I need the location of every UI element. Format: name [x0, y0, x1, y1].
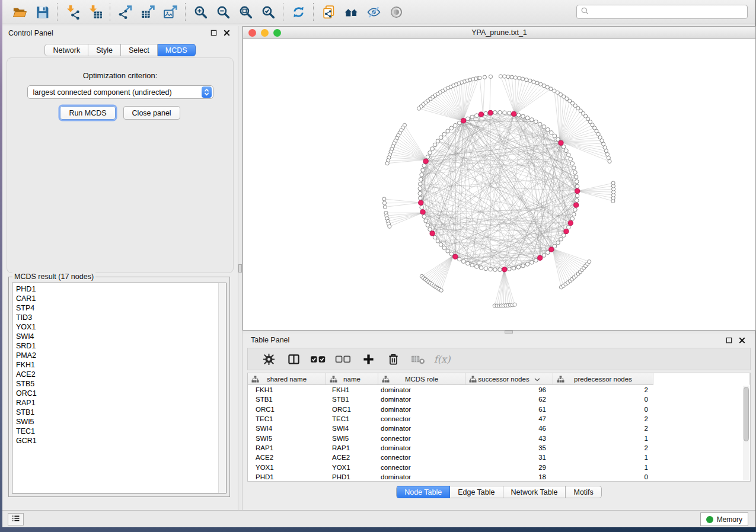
- zoom-fit-icon[interactable]: [234, 2, 257, 21]
- graph-node[interactable]: [439, 289, 443, 292]
- graph-node[interactable]: [542, 125, 546, 129]
- graph-node[interactable]: [433, 143, 437, 147]
- zoom-in-icon[interactable]: [189, 2, 212, 21]
- graph-node[interactable]: [439, 243, 443, 247]
- graph-node[interactable]: [503, 111, 507, 115]
- graph-node[interactable]: [559, 237, 563, 241]
- graph-node[interactable]: [426, 223, 430, 227]
- graph-node[interactable]: [420, 173, 424, 177]
- select-all-icon[interactable]: [306, 350, 331, 368]
- task-history-button[interactable]: [8, 513, 24, 525]
- graph-hub-node[interactable]: [488, 110, 493, 115]
- graph-node[interactable]: [573, 208, 578, 212]
- hide-selected-icon[interactable]: [362, 2, 385, 21]
- graph-node[interactable]: [553, 134, 557, 138]
- graph-hub-node[interactable]: [423, 159, 428, 164]
- network-graph[interactable]: [243, 39, 755, 330]
- run-mcds-button[interactable]: Run MCDS: [60, 106, 115, 120]
- graph-node[interactable]: [529, 261, 534, 265]
- graph-node[interactable]: [382, 201, 386, 205]
- graph-node[interactable]: [542, 254, 546, 258]
- table-row[interactable]: ORC1ORC1dominator610: [248, 405, 750, 414]
- graph-hub-node[interactable]: [479, 112, 483, 117]
- clone-network-icon[interactable]: [317, 2, 340, 21]
- graph-node[interactable]: [382, 197, 386, 201]
- graph-node[interactable]: [442, 132, 446, 136]
- tab-style[interactable]: Style: [88, 44, 121, 56]
- column-header[interactable]: name: [326, 373, 378, 385]
- export-image-icon[interactable]: [159, 2, 181, 21]
- graph-node[interactable]: [550, 131, 554, 135]
- graph-node[interactable]: [417, 107, 420, 110]
- close-icon[interactable]: [221, 28, 232, 38]
- result-item[interactable]: TEC1: [12, 427, 226, 436]
- graph-node[interactable]: [498, 110, 502, 114]
- graph-node[interactable]: [574, 175, 578, 180]
- tab-motifs[interactable]: Motifs: [566, 486, 601, 498]
- graph-node[interactable]: [478, 76, 481, 79]
- table-row[interactable]: TEC1TEC1connector472: [248, 414, 750, 424]
- graph-node[interactable]: [513, 76, 517, 79]
- graph-hub-node[interactable]: [420, 210, 425, 214]
- search-input[interactable]: [589, 6, 747, 18]
- graph-node[interactable]: [534, 120, 538, 124]
- graph-node[interactable]: [525, 116, 529, 120]
- graph-hub-node[interactable]: [419, 200, 423, 205]
- close-icon[interactable]: [736, 335, 747, 345]
- result-item[interactable]: GCR1: [12, 436, 226, 446]
- mcds-result-list[interactable]: PHD1CAR1STP4TID3YOX1SWI4SRD1PMA2FKH1ACE2…: [12, 283, 227, 493]
- graph-node[interactable]: [484, 267, 488, 271]
- graph-node[interactable]: [420, 206, 424, 210]
- graph-node[interactable]: [498, 268, 502, 272]
- table-row[interactable]: FKH1FKH1dominator962: [248, 385, 750, 395]
- graph-node[interactable]: [474, 265, 479, 269]
- graph-node[interactable]: [512, 266, 516, 270]
- graph-node[interactable]: [572, 166, 576, 170]
- result-item[interactable]: STP4: [12, 303, 226, 313]
- graph-node[interactable]: [385, 162, 389, 165]
- table-scrollbar[interactable]: [743, 386, 749, 480]
- graph-node[interactable]: [436, 239, 440, 243]
- graph-hub-node[interactable]: [564, 229, 569, 233]
- graph-node[interactable]: [529, 118, 534, 122]
- show-all-icon[interactable]: [385, 2, 407, 21]
- graph-node[interactable]: [575, 198, 579, 203]
- vertical-splitter[interactable]: [238, 26, 243, 510]
- graph-node[interactable]: [446, 129, 450, 133]
- result-item[interactable]: CAR1: [12, 294, 226, 303]
- graph-node[interactable]: [493, 268, 497, 272]
- import-table-icon[interactable]: [84, 2, 106, 21]
- graph-node[interactable]: [426, 155, 430, 159]
- graph-node[interactable]: [562, 145, 566, 149]
- result-item[interactable]: SWI4: [12, 332, 226, 341]
- result-item[interactable]: FKH1: [12, 360, 226, 370]
- graph-node[interactable]: [503, 75, 506, 78]
- graph-node[interactable]: [493, 111, 497, 115]
- graph-node[interactable]: [556, 241, 560, 245]
- graph-node[interactable]: [569, 157, 573, 161]
- graph-node[interactable]: [508, 111, 512, 116]
- graph-node[interactable]: [499, 75, 502, 78]
- graph-hub-node[interactable]: [568, 220, 573, 225]
- graph-node[interactable]: [433, 235, 437, 239]
- graph-node[interactable]: [602, 142, 605, 146]
- graph-node[interactable]: [546, 127, 550, 132]
- graph-hub-node[interactable]: [453, 254, 458, 259]
- import-network-icon[interactable]: [61, 2, 84, 21]
- graph-node[interactable]: [428, 151, 432, 155]
- graph-hub-node[interactable]: [549, 247, 554, 252]
- graph-node[interactable]: [388, 225, 391, 228]
- graph-node[interactable]: [549, 87, 553, 91]
- graph-node[interactable]: [454, 123, 458, 127]
- close-panel-button[interactable]: Close panel: [123, 106, 180, 120]
- zoom-out-icon[interactable]: [212, 2, 234, 21]
- graph-node[interactable]: [470, 115, 474, 119]
- graph-hub-node[interactable]: [538, 255, 543, 260]
- graph-node[interactable]: [566, 225, 570, 229]
- graph-node[interactable]: [525, 78, 528, 82]
- table-row[interactable]: YOX1YOX1connector291: [248, 462, 750, 472]
- tab-edge-table[interactable]: Edge Table: [450, 486, 503, 498]
- first-neighbors-icon[interactable]: [340, 2, 362, 21]
- graph-hub-node[interactable]: [502, 267, 507, 272]
- result-item[interactable]: SWI5: [12, 417, 226, 427]
